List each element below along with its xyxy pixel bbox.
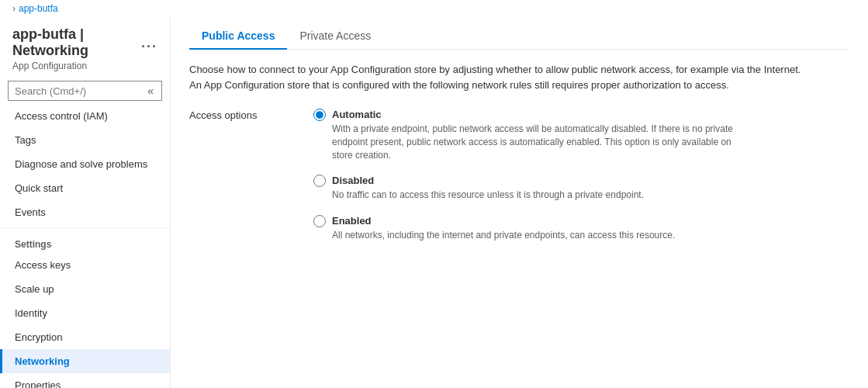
sidebar-item-tags[interactable]: Tags: [0, 128, 170, 152]
tabs-bar: Public Access Private Access: [189, 17, 849, 50]
sidebar-item-quick-start[interactable]: Quick start: [0, 176, 170, 200]
radio-label-row-automatic: Automatic: [313, 108, 735, 121]
sidebar-nav: Access control (IAM) Tags Diagnose and s…: [0, 104, 170, 388]
search-input[interactable]: [15, 85, 146, 97]
chevron-right-icon: ›: [12, 3, 16, 14]
radio-options-group: Automatic With a private endpoint, publi…: [313, 108, 735, 242]
radio-label-disabled: Disabled: [332, 175, 374, 186]
radio-disabled[interactable]: [313, 175, 326, 187]
radio-option-automatic: Automatic With a private endpoint, publi…: [313, 108, 735, 161]
access-options-label: Access options: [189, 108, 282, 121]
sidebar-item-access-keys[interactable]: Access keys: [0, 253, 170, 277]
breadcrumb-link[interactable]: app-butfa: [19, 3, 58, 14]
main-content: Public Access Private Access Choose how …: [171, 17, 868, 388]
sidebar-subtitle: App Configuration: [12, 61, 157, 71]
radio-label-row-disabled: Disabled: [313, 174, 735, 187]
access-options-row: Access options Automatic With a private …: [189, 108, 849, 242]
sidebar-ellipsis[interactable]: ...: [141, 35, 157, 51]
sidebar-item-access-control[interactable]: Access control (IAM): [0, 104, 170, 128]
sidebar-item-encryption[interactable]: Encryption: [0, 325, 170, 349]
radio-desc-enabled: All networks, including the internet and…: [332, 229, 735, 242]
collapse-sidebar-button[interactable]: «: [146, 85, 155, 97]
radio-automatic[interactable]: [313, 109, 326, 121]
sidebar-item-properties[interactable]: Properties: [0, 373, 170, 388]
radio-label-enabled: Enabled: [332, 215, 372, 227]
search-box[interactable]: «: [8, 81, 162, 101]
sidebar-item-scale-up[interactable]: Scale up: [0, 277, 170, 301]
radio-label-automatic: Automatic: [332, 109, 382, 120]
sidebar-item-networking[interactable]: Networking: [0, 349, 170, 373]
sidebar-section-settings: Settings: [0, 231, 170, 253]
sidebar-divider: [0, 227, 170, 228]
tab-private-access[interactable]: Private Access: [287, 23, 383, 50]
radio-label-row-enabled: Enabled: [313, 214, 735, 227]
radio-desc-automatic: With a private endpoint, public network …: [332, 123, 735, 161]
sidebar-item-diagnose[interactable]: Diagnose and solve problems: [0, 152, 170, 176]
radio-option-disabled: Disabled No traffic can to access this r…: [313, 174, 735, 202]
radio-desc-disabled: No traffic can to access this resource u…: [332, 189, 735, 202]
breadcrumb: › app-butfa: [0, 0, 868, 17]
sidebar-item-events[interactable]: Events: [0, 200, 170, 224]
sidebar-header: app-butfa | Networking ... App Configura…: [0, 17, 170, 74]
radio-enabled[interactable]: [313, 215, 326, 227]
sidebar: app-butfa | Networking ... App Configura…: [0, 17, 171, 388]
sidebar-item-identity[interactable]: Identity: [0, 301, 170, 325]
radio-option-enabled: Enabled All networks, including the inte…: [313, 214, 735, 242]
sidebar-title: app-butfa | Networking ...: [12, 26, 157, 59]
description-text: Choose how to connect to your App Config…: [189, 62, 810, 92]
tab-public-access[interactable]: Public Access: [189, 23, 287, 50]
